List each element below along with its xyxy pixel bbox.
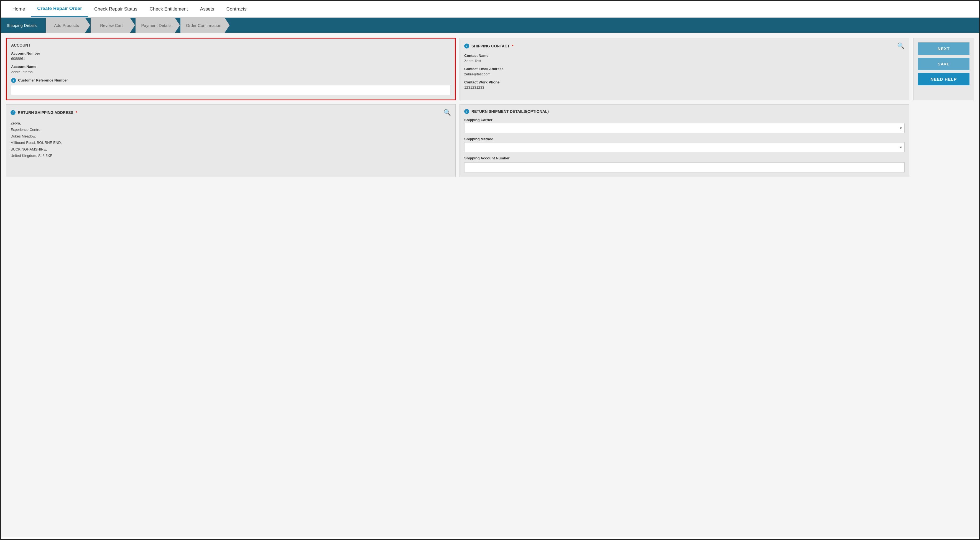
shipping-carrier-select[interactable] [464, 123, 905, 133]
contact-name-label: Contact Name [464, 54, 905, 58]
shipping-carrier-wrapper [464, 123, 905, 133]
top-navigation: Home Create Repair Order Check Repair St… [1, 1, 979, 18]
return-shipping-address-panel: i RETURN SHIPPING ADDRESS * 🔍 Zebra, Exp… [6, 104, 456, 177]
account-number-value: 6088861 [11, 57, 450, 61]
bottom-right-empty [913, 104, 974, 177]
next-button[interactable]: NEXT [918, 42, 969, 55]
nav-home[interactable]: Home [6, 2, 31, 17]
contact-email-label: Contact Email Address [464, 67, 905, 71]
step-review-cart[interactable]: Review Cart [91, 18, 135, 33]
customer-ref-label: i Customer Reference Number [11, 78, 450, 83]
steps-bar: Shipping Details Add Products Review Car… [1, 18, 979, 33]
save-button[interactable]: SAVE [918, 58, 969, 70]
shipping-contact-title: SHIPPING CONTACT [471, 44, 510, 48]
nav-assets[interactable]: Assets [194, 2, 220, 17]
shipping-contact-header: i SHIPPING CONTACT * 🔍 [464, 42, 905, 49]
shipping-carrier-label: Shipping Carrier [464, 118, 905, 122]
shipping-contact-info-icon: i [464, 43, 469, 48]
contact-phone-label: Contact Work Phone [464, 80, 905, 84]
account-title: ACCOUNT [11, 43, 30, 48]
account-panel-header: ACCOUNT [11, 43, 450, 48]
shipping-method-label: Shipping Method [464, 137, 905, 141]
main-content: ACCOUNT Account Number 6088861 Account N… [1, 33, 979, 537]
return-shipment-header: i RETURN SHIPMENT DETAILS(OPTIONAL) [464, 109, 905, 114]
shipping-method-select[interactable] [464, 142, 905, 152]
step-add-products[interactable]: Add Products [46, 18, 90, 33]
step-payment-details[interactable]: Payment Details [135, 18, 180, 33]
contact-name-value: Zebra Test [464, 59, 905, 63]
account-name-label: Account Name [11, 65, 450, 69]
contact-email-value: zebra@test.com [464, 72, 905, 76]
return-shipping-required: * [76, 110, 77, 115]
content-grid: ACCOUNT Account Number 6088861 Account N… [6, 38, 974, 177]
customer-ref-info-icon: i [11, 78, 16, 83]
contact-phone-value: 1231231233 [464, 85, 905, 89]
return-shipment-details-panel: i RETURN SHIPMENT DETAILS(OPTIONAL) Ship… [460, 104, 909, 177]
nav-create-repair-order[interactable]: Create Repair Order [31, 1, 88, 17]
customer-ref-input[interactable] [11, 85, 450, 95]
return-shipping-info-icon: i [11, 110, 16, 115]
action-buttons-panel: NEXT SAVE NEED HELP [913, 38, 974, 100]
need-help-button[interactable]: NEED HELP [918, 73, 969, 85]
return-shipping-address-text: Zebra, Experience Centre, Dukes Meadow, … [11, 120, 451, 159]
return-shipping-title: RETURN SHIPPING ADDRESS [18, 110, 73, 115]
return-shipping-search-icon[interactable]: 🔍 [444, 109, 451, 116]
return-shipment-info-icon: i [464, 109, 469, 114]
nav-check-entitlement[interactable]: Check Entitlement [143, 2, 194, 17]
account-panel: ACCOUNT Account Number 6088861 Account N… [6, 38, 456, 100]
shipping-account-number-input[interactable] [464, 162, 905, 172]
shipping-method-wrapper [464, 142, 905, 152]
nav-check-repair-status[interactable]: Check Repair Status [88, 2, 143, 17]
step-shipping-details[interactable]: Shipping Details [1, 18, 45, 33]
account-name-value: Zebra Internal [11, 70, 450, 74]
shipping-contact-search-icon[interactable]: 🔍 [897, 42, 905, 49]
return-shipment-title: RETURN SHIPMENT DETAILS(OPTIONAL) [471, 109, 549, 114]
shipping-contact-required: * [512, 44, 513, 48]
shipping-contact-panel: i SHIPPING CONTACT * 🔍 Contact Name Zebr… [460, 38, 909, 100]
return-shipping-address-header: i RETURN SHIPPING ADDRESS * 🔍 [11, 109, 451, 116]
account-number-label: Account Number [11, 51, 450, 56]
nav-contracts[interactable]: Contracts [220, 2, 253, 17]
shipping-account-number-label: Shipping Account Number [464, 156, 905, 160]
step-order-confirmation[interactable]: Order Confirmation [180, 18, 230, 33]
